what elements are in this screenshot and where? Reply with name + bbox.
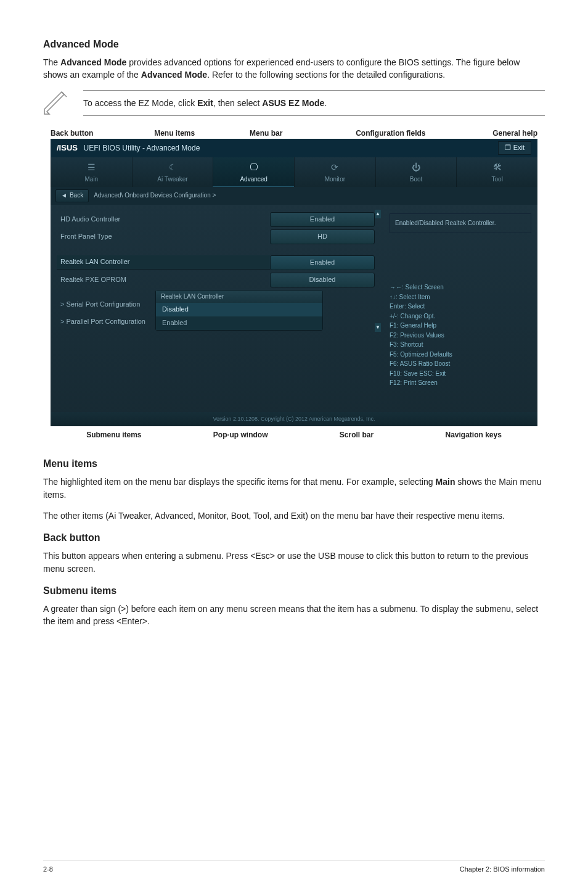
scroll-up-icon[interactable]: ▲ [375,210,381,218]
callout-nav-keys: Navigation keys [445,430,501,440]
scroll-down-icon[interactable]: ▼ [375,323,381,332]
val-realtek-lan[interactable]: Enabled [270,255,375,270]
para-menu-items-1: The highlighted item on the menu bar dis… [43,476,545,501]
nav-keys: →←: Select Screen ↑↓: Select Item Enter:… [390,283,531,388]
scroll-bar[interactable]: ▲ ▼ [375,210,381,407]
paragraph-advanced-mode: The Advanced Mode provides advanced opti… [43,56,545,81]
breadcrumb-path: Advanced\ Onboard Devices Configuration … [94,191,216,200]
note-text: To access the EZ Mode, click Exit, then … [83,90,545,116]
val-realtek-pxe[interactable]: Disabled [270,273,375,287]
help-panel: Enabled/Disabled Realtek Controller. [390,213,531,234]
tab-monitor[interactable]: ⟳Monitor [294,157,375,187]
heading-submenu-items: Submenu items [43,584,545,598]
heading-advanced-mode: Advanced Mode [43,37,545,51]
bios-tabs: ☰Main ☾Ai Tweaker 🖵Advanced ⟳Monitor ⏻Bo… [51,157,537,187]
para-menu-items-2: The other items (Ai Tweaker, Advanced, M… [43,510,545,522]
svg-marker-0 [44,92,64,114]
tab-tool[interactable]: 🛠Tool [456,157,537,187]
tab-ai-tweaker[interactable]: ☾Ai Tweaker [132,157,213,187]
tab-advanced[interactable]: 🖵Advanced [213,157,294,187]
val-hd-audio[interactable]: Enabled [270,212,375,227]
chapter-label: Chapter 2: BIOS information [460,865,545,875]
monitor-icon: ⟳ [295,161,375,173]
callout-scroll-bar: Scroll bar [340,430,374,440]
callout-popup-window: Pop-up window [213,430,268,440]
boot-icon: ⏻ [376,161,457,173]
exit-button[interactable]: ❐ Exit [498,141,531,155]
row-hd-audio[interactable]: HD Audio Controller [57,215,270,225]
back-arrow-icon: ◄ [61,191,67,200]
callout-back-button: Back button [51,128,93,139]
popup-realtek-lan: Realtek LAN Controller Disabled Enabled [155,290,323,331]
callout-general-help: General help [492,128,537,139]
bios-logo-title: /ISUS UEFI BIOS Utility - Advanced Mode [57,142,200,154]
para-back-button: This button appears when entering a subm… [43,550,545,575]
main-icon: ☰ [51,161,132,173]
page-number: 2-8 [43,865,53,875]
exit-icon: ❐ [505,143,511,153]
popup-opt-enabled[interactable]: Enabled [156,316,322,330]
bios-footer: Version 2.10.1208. Copyright (C) 2012 Am… [51,412,537,426]
row-realtek-pxe[interactable]: Realtek PXE OPROM [57,275,270,285]
tab-main[interactable]: ☰Main [51,157,132,187]
advanced-icon: 🖵 [213,161,294,173]
popup-title: Realtek LAN Controller [156,291,322,303]
callout-submenu-items: Submenu items [86,430,141,440]
tweaker-icon: ☾ [133,161,213,173]
para-submenu-items: A greater than sign (>) before each item… [43,603,545,628]
callout-config-fields: Configuration fields [356,128,425,139]
row-realtek-lan[interactable]: Realtek LAN Controller [57,255,270,270]
bios-screenshot: /ISUS UEFI BIOS Utility - Advanced Mode … [51,139,537,426]
row-front-panel[interactable]: Front Panel Type [57,232,270,242]
val-front-panel[interactable]: HD [270,229,375,244]
callout-menu-items: Menu items [154,128,195,139]
back-button[interactable]: ◄ Back [55,189,89,202]
heading-menu-items: Menu items [43,456,545,471]
popup-opt-disabled[interactable]: Disabled [156,303,322,316]
tool-icon: 🛠 [457,161,537,173]
callout-menu-bar: Menu bar [250,128,282,139]
heading-back-button: Back button [43,530,545,545]
tab-boot[interactable]: ⏻Boot [375,157,457,187]
pencil-note-icon [43,91,68,115]
